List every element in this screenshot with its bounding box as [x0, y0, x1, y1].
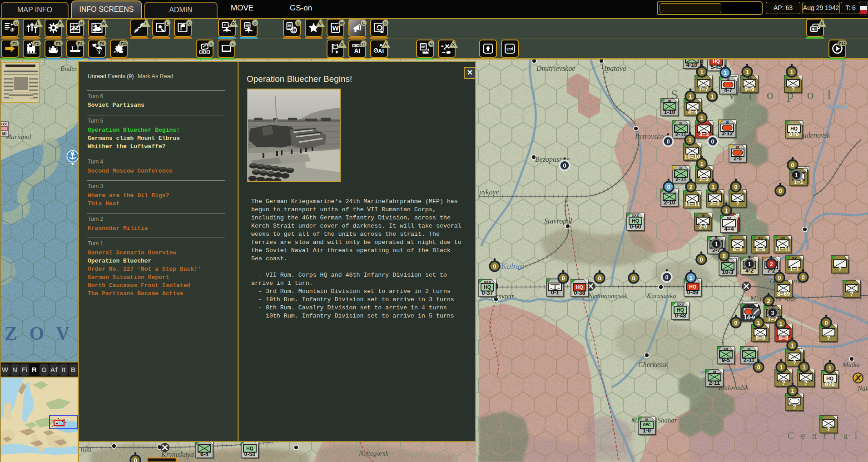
svg-text:5-45: 5-45: [710, 64, 722, 70]
svg-text:AI: AI: [354, 47, 361, 55]
svg-text:0: 0: [665, 274, 668, 281]
svg-text:1: 1: [700, 69, 703, 75]
svg-text:8=69: 8=69: [777, 291, 790, 297]
svg-text:ula: ula: [80, 444, 91, 453]
svg-text:0: 0: [824, 319, 828, 326]
svg-text:2-11: 2-11: [675, 131, 686, 138]
svg-text:0: 0: [666, 138, 670, 145]
svg-text:Nalc: Nalc: [857, 385, 868, 392]
svg-text:1: 1: [779, 364, 783, 371]
svg-text:0: 0: [563, 162, 566, 169]
svg-text:2=2: 2=2: [710, 200, 719, 207]
svg-text:10-3: 10-3: [722, 269, 733, 275]
svg-text:Kurasavka: Kurasavka: [646, 292, 676, 299]
svg-text:Neftegorsk: Neftegorsk: [358, 450, 388, 457]
svg-text:?: ?: [791, 86, 795, 92]
svg-text:3=3: 3=3: [699, 131, 709, 138]
svg-text:1=1: 1=1: [789, 266, 799, 273]
svg-text:6=6: 6=6: [755, 246, 765, 253]
svg-text:AI: AI: [378, 48, 384, 55]
svg-text:HQ: HQ: [826, 376, 833, 381]
svg-text:11=11: 11=11: [775, 246, 790, 253]
svg-text:2-11: 2-11: [675, 176, 686, 183]
svg-text:2: 2: [767, 298, 770, 304]
svg-text:6-4: 6-4: [200, 451, 208, 457]
svg-text:?: ?: [850, 291, 853, 297]
svg-text:0: 0: [493, 263, 496, 270]
svg-text:1: 1: [711, 184, 714, 190]
svg-text:1-10: 1-10: [664, 109, 675, 115]
svg-text:1: 1: [724, 207, 728, 214]
svg-text:1: 1: [745, 69, 749, 75]
svg-text:50: 50: [1, 131, 7, 136]
svg-text:1: 1: [791, 387, 794, 394]
svg-text:0: 0: [134, 457, 137, 462]
svg-text:2: 2: [689, 184, 692, 190]
svg-text:HQ: HQ: [689, 284, 696, 289]
svg-text:Cherkessk: Cherkessk: [638, 361, 669, 368]
svg-text:1: 1: [779, 320, 782, 327]
svg-text:0-50: 0-50: [244, 451, 255, 457]
svg-text:?: ?: [827, 426, 830, 432]
svg-text:2-11: 2-11: [744, 357, 754, 363]
svg-text:Ctrl: Ctrl: [506, 47, 513, 51]
svg-text:0: 0: [598, 275, 601, 282]
svg-text:0?0: 0?0: [789, 131, 799, 138]
svg-text:11=11: 11=11: [684, 201, 700, 208]
svg-text:2: 2: [769, 261, 773, 268]
svg-text:XXX: XXX: [0, 123, 7, 126]
svg-text:Buder: Buder: [60, 65, 77, 72]
svg-text:Malka: Malka: [842, 361, 860, 368]
svg-text:HQ: HQ: [790, 126, 798, 131]
svg-text:1: 1: [689, 93, 692, 100]
svg-text:?: ?: [804, 380, 808, 386]
svg-text:0-50: 0-50: [630, 224, 641, 230]
svg-text:2-11: 2-11: [709, 380, 720, 386]
svg-text:0: 0: [722, 253, 725, 259]
svg-text:0: 0: [734, 184, 737, 190]
svg-text:1: 1: [757, 319, 760, 326]
svg-text:Kuma: Kuma: [827, 102, 847, 111]
svg-text:?: ?: [782, 380, 785, 386]
svg-text:HQ: HQ: [246, 446, 253, 451]
svg-text:1: 1: [700, 160, 703, 167]
svg-text:1: 1: [714, 241, 718, 248]
svg-text:?: ?: [736, 200, 739, 207]
svg-text:0: 0: [791, 162, 794, 169]
svg-text:1: 1: [794, 172, 798, 179]
svg-text:HQ: HQ: [576, 284, 583, 290]
svg-text:0-48: 0-48: [675, 313, 686, 319]
svg-text:0: 0: [699, 256, 703, 263]
svg-text:HQ: HQ: [677, 307, 684, 313]
svg-text:4=4: 4=4: [688, 109, 697, 115]
svg-text:Stavropol: Stavropol: [544, 217, 572, 225]
svg-text:HQ: HQ: [632, 218, 639, 224]
svg-text:0: 0: [779, 188, 782, 194]
svg-text:3: 3: [771, 309, 774, 316]
svg-text:SEC: SEC: [643, 422, 650, 427]
svg-text:HQ: HQ: [484, 284, 491, 290]
svg-text:1: 1: [688, 137, 691, 144]
svg-text:?: ?: [827, 335, 830, 341]
svg-text:0: 0: [711, 138, 714, 145]
svg-text:Dmitrievskoe: Dmitrievskoe: [536, 65, 575, 72]
svg-text:2-10: 2-10: [664, 199, 675, 206]
svg-text:2=2: 2=2: [699, 176, 709, 183]
svg-text:4-7: 4-7: [724, 87, 732, 94]
svg-text:0: 0: [561, 275, 565, 282]
svg-text:?: ?: [793, 359, 796, 366]
svg-text:2-0: 2-0: [699, 224, 707, 230]
svg-text:1: 1: [689, 274, 692, 281]
svg-text:Mariupol: Mariupol: [5, 133, 31, 140]
svg-text:0-37: 0-37: [481, 290, 493, 296]
svg-text:0-38: 0-38: [574, 290, 585, 296]
svg-text:1: 1: [828, 365, 831, 372]
svg-text:0: 0: [734, 319, 737, 326]
svg-text:7=7: 7=7: [699, 86, 708, 92]
svg-text:Z O V: Z O V: [5, 323, 73, 344]
svg-text:1: 1: [700, 114, 703, 121]
svg-text:0-1: 0-1: [551, 289, 559, 296]
svg-text:vskoye: vskoye: [480, 188, 499, 196]
svg-text:1-0: 1-0: [643, 427, 651, 434]
svg-text:Nevinnomyssk: Nevinnomyssk: [588, 292, 627, 299]
